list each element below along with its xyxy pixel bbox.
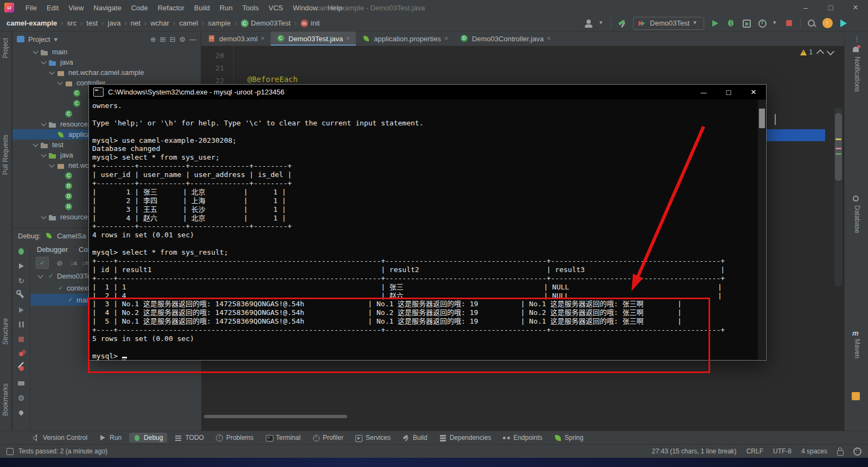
chevron-down-icon[interactable]: ▾	[54, 35, 58, 43]
hide-panel-icon[interactable]: —	[189, 35, 196, 43]
cmd-scrollbar-thumb[interactable]	[759, 109, 765, 128]
stop-button[interactable]	[784, 18, 794, 28]
chevron-down-icon[interactable]	[599, 18, 605, 28]
chevron-icon[interactable]	[56, 203, 65, 211]
stripe-database[interactable]: Database	[853, 205, 861, 233]
gear-icon[interactable]: ⚙	[179, 35, 186, 43]
minimize-icon[interactable]	[793, 0, 818, 15]
editor-tab[interactable]: Demo03Controller.java	[454, 31, 557, 46]
chevron-icon[interactable]	[65, 99, 73, 108]
cmd-title-bar[interactable]: C:\Windows\System32\cmd.exe - mysql -uro…	[89, 85, 766, 99]
more-options-icon[interactable]: ⋮	[853, 35, 860, 43]
debug-tab[interactable]: Debugger	[37, 245, 68, 254]
menu-item[interactable]: Build	[189, 4, 215, 12]
menu-item[interactable]: View	[63, 4, 88, 12]
tree-item[interactable]: main	[12, 47, 201, 57]
stripe-pull-requests[interactable]: Pull Requests	[2, 135, 9, 175]
menu-item[interactable]: Navigate	[88, 4, 126, 12]
cmd-window[interactable]: C:\Windows\System32\cmd.exe - mysql -uro…	[88, 84, 767, 361]
chevron-icon[interactable]	[32, 141, 40, 149]
tool-window-button[interactable]: Services	[351, 433, 395, 443]
code-annotation[interactable]: @BeforeEach	[247, 75, 298, 84]
build-hammer-icon[interactable]	[617, 18, 627, 28]
stripe-bookmarks[interactable]: Bookmarks	[2, 383, 9, 416]
tool-window-button[interactable]: TODO	[170, 433, 208, 443]
editor-tab[interactable]: demo03.xml	[201, 31, 271, 46]
expand-all-icon[interactable]: ⊞	[160, 35, 166, 43]
bookmark-tool-icon[interactable]	[852, 392, 860, 400]
line-ending[interactable]: CRLF	[746, 447, 763, 455]
breadcrumb-item[interactable]: camel	[169, 19, 198, 27]
terminal-output[interactable]: owners.Type 'help;' or '\h' for help. Ty…	[89, 99, 766, 361]
breadcrumb-item[interactable]: init	[291, 19, 320, 27]
tab-close-icon[interactable]	[547, 35, 551, 42]
breadcrumb-item[interactable]: camel-example	[7, 19, 57, 27]
tab-close-icon[interactable]	[261, 35, 265, 42]
stripe-maven[interactable]: Maven	[853, 339, 861, 358]
status-window-icon[interactable]	[7, 448, 14, 455]
editor-tab[interactable]: application.properties	[356, 31, 454, 46]
chevron-icon[interactable]	[56, 172, 65, 180]
chevron-icon[interactable]	[56, 296, 65, 304]
debug-tool-icon[interactable]	[14, 288, 29, 302]
breadcrumb-item[interactable]: java	[98, 19, 120, 27]
show-passed-toggle[interactable]	[36, 257, 49, 269]
chevron-icon[interactable]	[56, 182, 65, 190]
menu-item[interactable]: Refactor	[153, 4, 189, 12]
close-icon[interactable]	[843, 0, 868, 15]
previous-warning-icon[interactable]	[816, 49, 824, 56]
learn-ide-icon[interactable]	[839, 18, 848, 28]
stripe-notifications[interactable]: Notifications	[853, 56, 861, 92]
tab-close-icon[interactable]	[444, 35, 448, 42]
run-with-coverage-icon[interactable]	[742, 18, 751, 28]
debug-tool-icon[interactable]	[14, 317, 29, 332]
tool-window-button[interactable]: Version Control	[28, 433, 92, 443]
indent-style[interactable]: 4 spaces	[801, 447, 827, 455]
file-encoding[interactable]: UTF-8	[773, 447, 792, 455]
chevron-icon[interactable]	[37, 272, 45, 280]
breadcrumb-item[interactable]: test	[76, 19, 98, 27]
chevron-icon[interactable]	[56, 110, 65, 118]
debug-tool-icon[interactable]	[14, 376, 29, 390]
chevron-down-icon[interactable]	[773, 18, 778, 28]
sort-by-duration-icon[interactable]: ↓≡	[82, 260, 88, 266]
chevron-icon[interactable]	[48, 161, 56, 169]
tests-status[interactable]: Tests passed: 2 (a minute ago)	[18, 447, 107, 455]
chevron-icon[interactable]	[65, 89, 73, 97]
tool-window-button[interactable]: Problems	[212, 433, 258, 443]
debug-tool-icon[interactable]	[14, 390, 29, 405]
inspections-widget[interactable]: 1	[800, 48, 833, 56]
cmd-minimize-icon[interactable]	[691, 85, 716, 99]
notifications-bell-icon[interactable]	[853, 47, 859, 52]
editor-scrollbar-thumb[interactable]	[835, 113, 842, 181]
tool-window-button[interactable]: Run	[95, 433, 126, 443]
tool-window-button[interactable]: Profiler	[308, 433, 348, 443]
tool-window-button[interactable]: Dependencies	[435, 433, 496, 443]
menu-item[interactable]: VCS	[264, 4, 288, 12]
maven-icon[interactable]: m	[852, 329, 859, 337]
run-configuration-select[interactable]: Demo03Test	[633, 17, 704, 30]
next-warning-icon[interactable]	[827, 47, 834, 55]
cmd-scrollbar[interactable]	[758, 100, 765, 359]
update-notification-icon[interactable]	[822, 18, 833, 28]
caret-position[interactable]: 27:43 (15 chars, 1 line break)	[652, 447, 737, 455]
debug-tool-icon[interactable]	[14, 361, 29, 376]
cmd-close-icon[interactable]	[741, 85, 766, 99]
menu-item[interactable]: Run	[215, 4, 238, 12]
breadcrumb-item[interactable]: wchar	[141, 19, 169, 27]
show-ignored-toggle[interactable]	[54, 257, 66, 268]
debug-tool-icon[interactable]	[14, 258, 29, 273]
search-everywhere-icon[interactable]	[807, 18, 816, 28]
chevron-icon[interactable]	[40, 213, 48, 221]
tool-window-button[interactable]: Endpoints	[499, 433, 546, 443]
debug-tool-icon[interactable]	[14, 273, 29, 288]
chevron-icon[interactable]	[40, 120, 48, 128]
tree-item[interactable]: java	[12, 57, 201, 67]
tool-window-button[interactable]: Debug	[129, 433, 167, 443]
chevron-icon[interactable]	[40, 151, 48, 159]
chevron-icon[interactable]	[40, 58, 48, 66]
chevron-icon[interactable]	[32, 48, 40, 56]
gear-icon[interactable]	[853, 447, 861, 456]
chevron-icon[interactable]	[48, 130, 56, 138]
stripe-project[interactable]: Project	[2, 38, 9, 58]
